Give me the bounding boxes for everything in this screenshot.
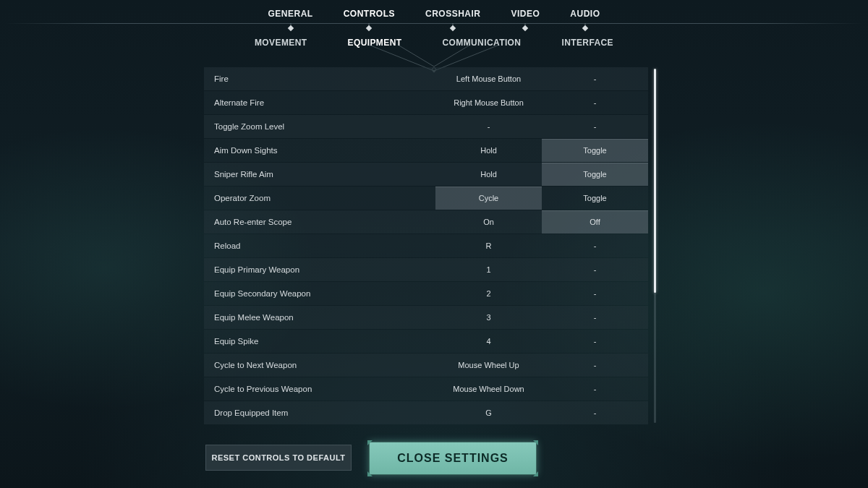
setting-value-primary[interactable]: Cycle <box>435 187 542 210</box>
setting-value-primary[interactable]: Left Mouse Button <box>435 67 542 90</box>
setting-row: Alternate FireRight Mouse Button- <box>204 91 648 114</box>
setting-row: Cycle to Previous WeaponMouse Wheel Down… <box>204 377 648 401</box>
close-settings-label: CLOSE SETTINGS <box>397 452 509 465</box>
sub-tab-equipment[interactable]: EQUIPMENT <box>346 35 404 51</box>
top-tab-audio[interactable]: AUDIO <box>569 6 601 29</box>
setting-value-primary[interactable]: Right Mouse Button <box>435 91 542 114</box>
top-tab-video[interactable]: VIDEO <box>510 6 542 29</box>
corner-ornament-icon <box>367 471 373 476</box>
setting-row: Equip Melee Weapon3- <box>204 306 648 329</box>
setting-row: Aim Down SightsHoldToggle <box>204 139 648 162</box>
top-divider <box>4 23 864 24</box>
setting-value-primary[interactable]: - <box>435 115 542 138</box>
reset-controls-label: RESET CONTROLS TO DEFAULT <box>211 453 345 462</box>
setting-value-secondary[interactable]: - <box>542 234 648 257</box>
setting-value-primary[interactable]: Mouse Wheel Down <box>435 377 542 401</box>
setting-value-primary[interactable]: 2 <box>435 282 542 305</box>
setting-row: Drop Equipped ItemG- <box>204 401 648 424</box>
setting-label: Toggle Zoom Level <box>204 115 435 138</box>
setting-label: Alternate Fire <box>204 91 435 114</box>
setting-row: Equip Spike4- <box>204 330 648 353</box>
setting-value-primary[interactable]: 3 <box>435 306 542 329</box>
setting-row: Cycle to Next WeaponMouse Wheel Up- <box>204 354 648 377</box>
setting-label: Operator Zoom <box>204 187 435 210</box>
scrollbar-thumb[interactable] <box>654 69 656 293</box>
setting-value-secondary[interactable]: - <box>542 115 648 138</box>
setting-value-secondary[interactable]: - <box>542 67 648 90</box>
setting-value-secondary[interactable]: - <box>542 306 648 329</box>
setting-value-primary[interactable]: 4 <box>435 330 542 353</box>
setting-value-primary[interactable]: G <box>435 401 542 424</box>
setting-value-primary[interactable]: Mouse Wheel Up <box>435 354 542 377</box>
setting-value-secondary[interactable]: - <box>542 282 648 305</box>
setting-value-primary[interactable]: On <box>435 210 542 234</box>
setting-label: Fire <box>204 67 435 90</box>
setting-value-secondary[interactable]: - <box>542 377 648 401</box>
setting-row: FireLeft Mouse Button- <box>204 67 648 90</box>
setting-row: Auto Re-enter ScopeOnOff <box>204 210 648 234</box>
setting-value-primary[interactable]: 1 <box>435 258 542 281</box>
setting-label: Drop Equipped Item <box>204 401 435 424</box>
setting-value-secondary[interactable]: - <box>542 330 648 353</box>
setting-label: Equip Spike <box>204 330 435 353</box>
sub-tabs: MOVEMENTEQUIPMENTCOMMUNICATIONINTERFACE <box>0 35 868 51</box>
close-settings-button[interactable]: CLOSE SETTINGS <box>369 442 537 475</box>
setting-value-secondary[interactable]: - <box>542 91 648 114</box>
setting-label: Auto Re-enter Scope <box>204 210 435 234</box>
setting-label: Equip Primary Weapon <box>204 258 435 281</box>
setting-row: Equip Secondary Weapon2- <box>204 282 648 305</box>
sub-tab-communication[interactable]: COMMUNICATION <box>441 35 522 51</box>
top-tab-controls[interactable]: CONTROLS <box>342 6 396 29</box>
setting-label: Sniper Rifle Aim <box>204 163 435 186</box>
scrollbar-track[interactable] <box>654 69 656 423</box>
setting-value-secondary[interactable]: - <box>542 401 648 424</box>
sub-tab-movement[interactable]: MOVEMENT <box>253 35 309 51</box>
setting-value-primary[interactable]: Hold <box>435 139 542 162</box>
top-tabs: GENERALCONTROLSCROSSHAIRVIDEOAUDIO <box>0 6 868 29</box>
setting-value-primary[interactable]: Hold <box>435 163 542 186</box>
setting-value-secondary[interactable]: Toggle <box>542 139 648 162</box>
reset-controls-button[interactable]: RESET CONTROLS TO DEFAULT <box>205 445 352 471</box>
setting-value-secondary[interactable]: Toggle <box>542 163 648 186</box>
top-tab-crosshair[interactable]: CROSSHAIR <box>424 6 482 29</box>
setting-value-secondary[interactable]: - <box>542 258 648 281</box>
setting-label: Equip Secondary Weapon <box>204 282 435 305</box>
setting-label: Reload <box>204 234 435 257</box>
sub-tab-interface[interactable]: INTERFACE <box>560 35 615 51</box>
setting-value-secondary[interactable]: Toggle <box>542 187 648 210</box>
setting-label: Equip Melee Weapon <box>204 306 435 329</box>
setting-label: Cycle to Previous Weapon <box>204 377 435 401</box>
setting-label: Cycle to Next Weapon <box>204 354 435 377</box>
settings-panel: FireLeft Mouse Button-Alternate FireRigh… <box>204 67 661 427</box>
corner-ornament-icon <box>533 471 538 476</box>
setting-row: Operator ZoomCycleToggle <box>204 187 648 210</box>
setting-label: Aim Down Sights <box>204 139 435 162</box>
setting-row: Toggle Zoom Level-- <box>204 115 648 138</box>
setting-row: Equip Primary Weapon1- <box>204 258 648 281</box>
top-tab-general[interactable]: GENERAL <box>266 6 314 29</box>
setting-row: Sniper Rifle AimHoldToggle <box>204 163 648 186</box>
setting-value-primary[interactable]: R <box>435 234 542 257</box>
setting-value-secondary[interactable]: - <box>542 354 648 377</box>
setting-row: ReloadR- <box>204 234 648 257</box>
setting-value-secondary[interactable]: Off <box>542 210 648 234</box>
